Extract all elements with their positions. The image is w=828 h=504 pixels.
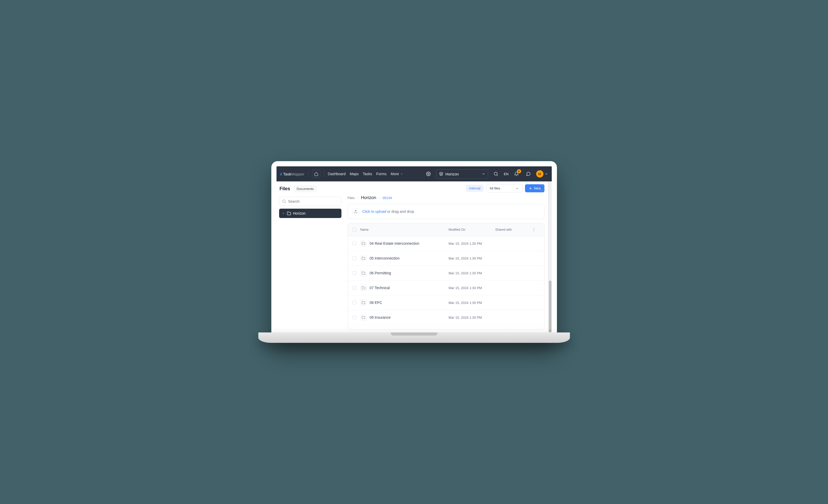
scrollbar[interactable]: ▾ [548,181,552,332]
folder-icon [360,299,367,306]
nav-links: Dashboard Maps Tasks Forms More [328,172,403,176]
nav-tasks[interactable]: Tasks [363,172,372,176]
nav-more-label: More [391,172,399,176]
row-checkbox[interactable] [353,242,356,245]
svg-point-1 [494,172,497,175]
sidebar-search-input[interactable] [288,199,339,204]
avatar: M [536,170,543,177]
tree-item-horizon[interactable]: Horizon [279,209,341,218]
row-name: 04 Real Estate Interconnection [370,241,419,246]
page-title: Files [280,186,290,192]
row-name: 07 Technical [370,286,390,290]
row-checkbox[interactable] [353,256,356,260]
svg-point-0 [428,173,429,175]
nav-dashboard[interactable]: Dashboard [328,172,346,176]
layers-icon [439,172,443,176]
folder-icon [360,255,367,261]
folder-icon [360,270,367,276]
folder-icon [287,211,291,215]
divider [308,171,308,177]
logo-text-mapper: Mapper [291,172,304,176]
top-nav: ıl TaskMapper Dashboard Maps Tasks Forms… [277,166,552,181]
scrollbar-thumb[interactable] [549,281,551,332]
notifications-button[interactable]: 6 [512,170,521,178]
row-checkbox[interactable] [353,301,356,304]
chat-button[interactable] [524,170,533,178]
nav-more[interactable]: More [391,172,403,176]
app-logo[interactable]: ıl TaskMapper [280,172,304,176]
search-icon [282,199,286,204]
help-icon-label: ? [540,186,542,190]
row-name: 08 EPC [370,300,382,305]
svg-point-4 [534,229,534,230]
row-checkbox[interactable] [353,271,356,275]
folder-icon [360,240,367,247]
logo-icon: ıl [280,172,282,176]
breadcrumb-id[interactable]: 00134 [382,196,392,200]
plus-icon [529,186,532,190]
sidebar-search[interactable] [279,197,341,206]
row-checkbox[interactable] [353,286,356,290]
language-toggle[interactable]: EN [504,172,508,176]
chat-icon [526,172,531,176]
row-modified: Mar 15, 2024 1:30 PM [449,286,495,290]
search-icon [494,172,498,176]
table-row[interactable]: 09 Insurance Mar 15, 2024 1:30 PM [348,310,544,325]
row-name: 09 Insurance [370,315,391,320]
user-menu[interactable]: M [536,170,548,177]
upload-icon-wrap [352,208,359,215]
chevron-right-icon: › [357,196,358,200]
divider [324,171,324,177]
svg-point-2 [283,200,285,203]
chevron-down-icon [400,172,403,175]
table-row[interactable]: 05 Interconnection Mar 15, 2024 1:30 PM [348,251,544,266]
row-modified: Mar 15, 2024 1:30 PM [449,316,495,320]
file-filter-select[interactable]: All files [486,184,523,193]
tree-item-label: Horizon [293,211,305,215]
nav-maps[interactable]: Maps [350,172,359,176]
sidebar: Files Documents Horizon [277,181,344,332]
row-name: 05 Interconnection [370,256,400,260]
chevron-down-icon [515,186,519,190]
upload-rest-text: or drag and drop [386,209,414,214]
row-checkbox[interactable] [353,316,356,319]
help-button[interactable]: ? [538,184,544,191]
table-options-button[interactable] [532,227,540,232]
row-modified: Mar 15, 2024 1:30 PM [449,271,495,275]
main-panel: Internal All files New ? Files › Horizon… [344,181,548,332]
home-icon [314,172,318,176]
table-row[interactable]: 06 Permitting Mar 15, 2024 1:30 PM [348,266,544,281]
file-filter-label: All files [489,186,500,190]
chevron-right-icon: › [379,196,380,200]
col-modified[interactable]: Modified On [449,228,495,232]
table-row[interactable]: 08 EPC Mar 15, 2024 1:30 PM [348,295,544,310]
gear-icon [426,172,431,176]
table-body: 04 Real Estate Interconnection Mar 15, 2… [348,236,544,330]
chevron-right-icon [282,212,285,215]
internal-toggle[interactable]: Internal [466,185,484,192]
svg-point-3 [534,228,534,228]
upload-link-text: Click to upload [363,209,386,214]
notification-badge: 6 [517,169,521,173]
col-shared[interactable]: Shared with [495,228,532,232]
upload-icon [354,210,358,213]
table-row[interactable]: 04 Real Estate Interconnection Mar 15, 2… [348,236,544,251]
col-name[interactable]: Name [360,228,449,232]
folder-icon [360,285,367,291]
documents-tab[interactable]: Documents [294,185,317,192]
chevron-down-icon [482,172,485,176]
nav-forms[interactable]: Forms [376,172,386,176]
select-all-checkbox[interactable] [353,228,356,232]
breadcrumb-project[interactable]: Horizon [361,195,376,200]
table-header: Name Modified On Shared with [348,223,544,236]
scrollbar-down-arrow[interactable]: ▾ [548,329,552,332]
settings-button[interactable] [424,170,432,178]
global-search-button[interactable] [492,170,500,178]
project-selector[interactable]: Horizon [436,169,488,178]
row-modified: Mar 15, 2024 1:30 PM [449,256,495,260]
upload-dropzone[interactable]: Click to upload or drag and drop [348,204,544,219]
chevron-down-icon [544,172,548,176]
breadcrumb-root[interactable]: Files [348,196,355,200]
home-button[interactable] [312,170,320,178]
table-row[interactable]: 07 Technical Mar 15, 2024 1:30 PM [348,281,544,295]
